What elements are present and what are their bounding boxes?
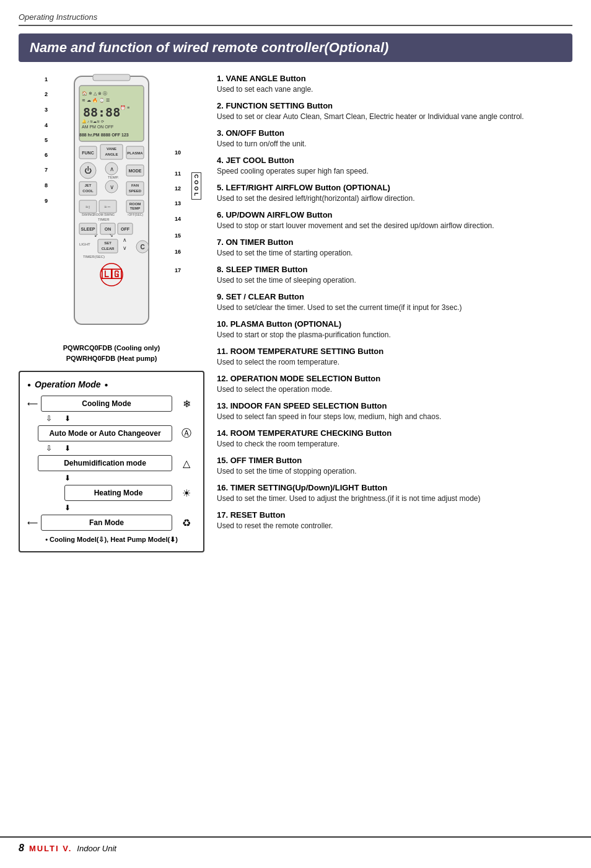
item-title-10c: PLASMA Button (OPTIONAL) — [230, 319, 341, 329]
list-item: 11. ROOM TEMPERATURE SETTING Button Used… — [217, 346, 572, 368]
model2: PQWRHQ0FDB (Heat pump) — [19, 353, 204, 364]
svg-text:ROOM: ROOM — [129, 202, 141, 206]
list-item: 3. ON/OFF Button Used to turn on/off the… — [217, 128, 572, 149]
left-number-labels: 1 2 3 4 5 6 7 8 9 — [45, 73, 48, 207]
svg-text:ON: ON — [105, 227, 112, 231]
cooling-model-note: • Cooling Model(⇩), Heat Pump Model(⬇) — [27, 536, 196, 544]
arrow-after-cooling: ⇩ ⬇ — [27, 414, 71, 423]
svg-text:TIMER: TIMER — [98, 218, 110, 221]
down-arrow-4: ⬇ — [64, 444, 71, 453]
mode-flow: ⟵ Cooling Mode ❄ ⇩ ⬇ Auto Mode or Auto — [27, 396, 196, 531]
item-desc-14: Used to check the room temperature. — [217, 439, 572, 450]
dehum-mode-box: Dehumidification mode — [38, 455, 172, 471]
svg-text:SLEEP: SLEEP — [81, 227, 95, 231]
label-1: 1 — [45, 73, 48, 86]
list-item: 14. ROOM TEMPERATURE CHECKING Button Use… — [217, 428, 572, 450]
label-15: 15 — [175, 229, 181, 242]
item-title-13c: INDOOR FAN SPEED SELECTION Button — [230, 401, 387, 410]
item-desc-11: Used to select the room temperature. — [217, 357, 572, 368]
item-title-17c: RESET Button — [230, 510, 286, 520]
arrow-after-heating: ⬇ — [27, 503, 71, 512]
svg-text:∧: ∧ — [110, 166, 114, 172]
item-desc-10: Used to start or stop the plasma-purific… — [217, 330, 572, 340]
item-desc-12: Used to select the operation mode. — [217, 384, 572, 395]
svg-text:≡: ≡ — [127, 105, 129, 110]
label-8: 8 — [45, 179, 48, 192]
svg-text:FUNC: FUNC — [82, 151, 94, 155]
item-title-10: 10 — [217, 319, 225, 329]
page: Operating Instructions Name and function… — [0, 0, 591, 868]
svg-text:∨: ∨ — [123, 245, 127, 251]
item-title-7c: ON TIMER Button — [225, 237, 293, 247]
list-item: 4. JET COOL Button Speed cooling operate… — [217, 155, 572, 177]
label-7: 7 — [45, 164, 48, 176]
list-item: 7. ON TIMER Button Used to set the time … — [217, 237, 572, 259]
svg-text:🔔 ♪ ≋☁≋ ⟳: 🔔 ♪ ≋☁≋ ⟳ — [82, 119, 104, 124]
item-title-16: 16 — [217, 483, 225, 492]
svg-text:SWING: SWING — [82, 213, 95, 216]
remote-models: PQWRCQ0FDB (Cooling only) PQWRHQ0FDB (He… — [19, 343, 204, 363]
svg-text:CLEAR: CLEAR — [102, 247, 115, 250]
svg-text:ROOM SWING: ROOM SWING — [94, 213, 115, 216]
label-17: 17 — [175, 264, 181, 277]
item-desc-9: Used to set/clear the timer. Used to set… — [217, 303, 572, 313]
item-desc-15: Used to set the time of stopping operati… — [217, 466, 572, 477]
down-arrow-1: ⇩ — [46, 414, 52, 423]
label-4: 4 — [45, 119, 48, 131]
item-title-16c: TIMER SETTING(Up/Down)/LIGHT Button — [230, 483, 387, 492]
mode-row-auto: Auto Mode or Auto Changeover Ⓐ — [27, 425, 196, 441]
label-9: 9 — [45, 195, 48, 207]
svg-text:OFF: OFF — [121, 227, 130, 231]
cool-label: COOL — [191, 172, 201, 200]
fan-mode-box: Fan Mode — [41, 515, 172, 531]
list-item: 10. PLASMA Button (OPTIONAL) Used to sta… — [217, 319, 572, 340]
down-arrow-2: ⬇ — [64, 414, 71, 423]
heating-mode-box: Heating Mode — [64, 485, 172, 501]
section-label: Operating Instructions — [19, 12, 572, 22]
svg-text:🏠 ❄ △ ⊗ Ⓐ: 🏠 ❄ △ ⊗ Ⓐ — [82, 91, 107, 96]
footer: 8 MULTI V. Indoor Unit — [0, 836, 591, 859]
list-item: 16. TIMER SETTING(Up/Down)/LIGHT Button … — [217, 482, 572, 504]
title-divider — [19, 25, 572, 26]
fan-left-arrow: ⟵ — [27, 518, 38, 527]
mode-row-heating: Heating Mode ☀ — [27, 485, 196, 501]
mode-row-cooling: ⟵ Cooling Mode ❄ — [27, 396, 196, 412]
label-12: 12 — [175, 182, 181, 195]
item-title-12c: OPERATION MODE SELECTION Button — [230, 374, 380, 383]
item-desc-8: Used to set the time of sleeping operati… — [217, 275, 572, 286]
svg-text:AM  PM  ON  OFF: AM PM ON OFF — [82, 125, 113, 129]
label-10: 10 — [175, 146, 181, 159]
svg-text:COOL: COOL — [82, 189, 94, 193]
label-3: 3 — [45, 103, 48, 117]
left-column: 1 2 3 4 5 6 7 8 9 — [19, 73, 204, 552]
item-title-15: 15 — [217, 456, 225, 465]
list-item: 8. SLEEP TIMER Button Used to set the ti… — [217, 264, 572, 286]
list-item: 17. RESET Button Used to reset the remot… — [217, 510, 572, 531]
item-title-15c: OFF TIMER Button — [230, 456, 302, 465]
remote-with-labels: 1 2 3 4 5 6 7 8 9 — [56, 73, 167, 335]
item-title-2c: FUNCTION SETTING Button — [225, 101, 333, 110]
svg-text:888 hr.PM 8888 OFF 123: 888 hr.PM 8888 OFF 123 — [79, 133, 129, 137]
brand-name: MULTI V. — [29, 844, 72, 853]
operation-mode-section: Operation Mode ⟵ Cooling Mode ❄ ⇩ ⬇ — [19, 371, 204, 552]
dehum-icon: △ — [177, 458, 196, 469]
down-arrow-3: ⇩ — [46, 444, 52, 453]
svg-text:ANGLE: ANGLE — [105, 153, 118, 156]
svg-text:VANE: VANE — [107, 147, 116, 151]
svg-text:FAN: FAN — [131, 184, 139, 187]
list-item: 13. INDOOR FAN SPEED SELECTION Button Us… — [217, 401, 572, 422]
item-title-14c: ROOM TEMPERATURE CHECKING Button — [230, 428, 392, 438]
cooling-left-arrow: ⟵ — [27, 399, 38, 408]
item-title-4c: JET COOL Button — [225, 156, 294, 165]
svg-text:TEMP.: TEMP. — [108, 175, 119, 179]
label-2: 2 — [45, 88, 48, 100]
item-title-9c: SET / CLEAR Button — [225, 292, 304, 301]
list-item: 2. FUNCTION SETTING Button Used to set o… — [217, 100, 572, 122]
main-title-box: Name and function of wired remote contro… — [19, 33, 572, 62]
buttons-list: 1. VANE ANGLE Button Used to set each va… — [217, 73, 572, 531]
list-item: 12. OPERATION MODE SELECTION Button Used… — [217, 373, 572, 395]
item-title-8c: SLEEP TIMER Button — [225, 265, 307, 274]
label-5: 5 — [45, 134, 48, 146]
item-title-12: 12 — [217, 374, 225, 383]
item-title-1c: VANE ANGLE Button — [225, 74, 305, 83]
